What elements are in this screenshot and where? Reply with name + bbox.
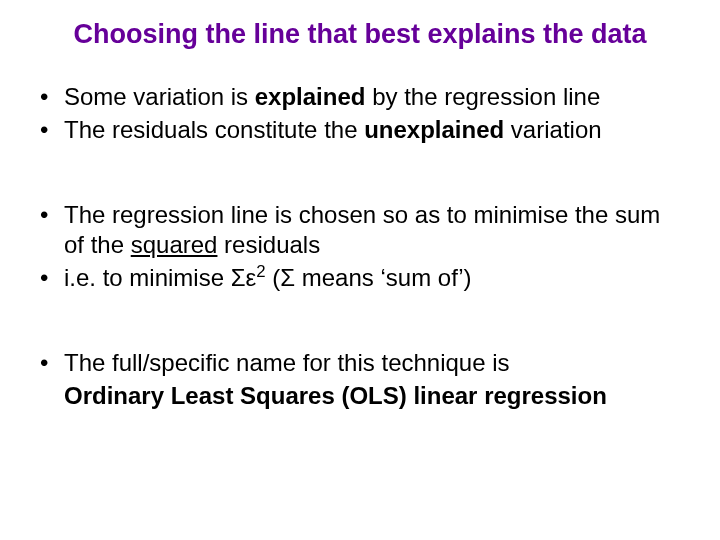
list-item: The full/specific name for this techniqu… (36, 348, 684, 377)
text-bold: unexplained (364, 116, 504, 143)
text-bold: explained (255, 83, 366, 110)
bullet-list: Some variation is explained by the regre… (36, 82, 684, 145)
text-bold: Ordinary Least Squares (OLS) linear regr… (64, 382, 607, 409)
text: The residuals constitute the (64, 116, 364, 143)
list-item: The regression line is chosen so as to m… (36, 200, 684, 259)
text: i.e. to minimise (64, 264, 231, 291)
list-item: i.e. to minimise Σε2 (Σ means ‘sum of’) (36, 263, 684, 292)
text: by the regression line (365, 83, 600, 110)
bullet-list: The regression line is chosen so as to m… (36, 200, 684, 292)
list-item: The residuals constitute the unexplained… (36, 115, 684, 144)
text: residuals (217, 231, 320, 258)
list-item-continuation: Ordinary Least Squares (OLS) linear regr… (36, 381, 684, 410)
text: (Σ means ‘sum of’) (266, 264, 472, 291)
text-sigma: Σε (231, 264, 257, 291)
bullet-list: The full/specific name for this techniqu… (36, 348, 684, 411)
spacer (36, 296, 684, 348)
text-superscript: 2 (256, 262, 265, 281)
slide: Choosing the line that best explains the… (0, 0, 720, 540)
spacer (36, 148, 684, 200)
text-underline: squared (131, 231, 218, 258)
list-item: Some variation is explained by the regre… (36, 82, 684, 111)
text: The full/specific name for this techniqu… (64, 349, 510, 376)
text: variation (504, 116, 601, 143)
text: Some variation is (64, 83, 255, 110)
slide-title: Choosing the line that best explains the… (36, 18, 684, 52)
